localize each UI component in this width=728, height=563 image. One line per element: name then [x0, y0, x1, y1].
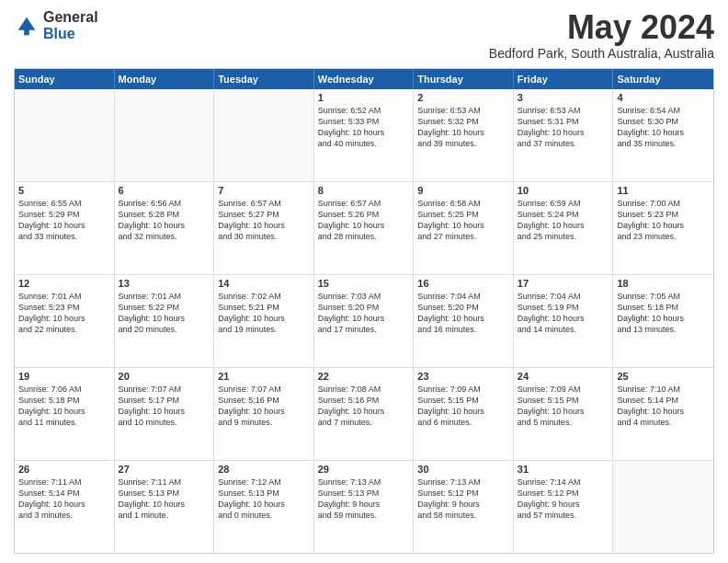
day-number: 28 [218, 464, 310, 475]
calendar-day-14: 14Sunrise: 7:02 AM Sunset: 5:21 PM Dayli… [214, 275, 314, 367]
month-title: May 2024 [489, 9, 714, 46]
day-number: 1 [318, 92, 410, 103]
day-content: Sunrise: 6:53 AM Sunset: 5:31 PM Dayligh… [518, 105, 609, 150]
calendar-day-1: 1Sunrise: 6:52 AM Sunset: 5:33 PM Daylig… [314, 89, 415, 181]
day-number: 10 [518, 185, 609, 196]
title-section: May 2024 Bedford Park, South Australia, … [489, 9, 714, 61]
day-number: 20 [119, 371, 210, 382]
calendar-day-20: 20Sunrise: 7:07 AM Sunset: 5:17 PM Dayli… [115, 368, 215, 460]
location: Bedford Park, South Australia, Australia [489, 46, 714, 61]
day-content: Sunrise: 6:52 AM Sunset: 5:33 PM Dayligh… [318, 105, 410, 150]
calendar-day-10: 10Sunrise: 6:59 AM Sunset: 5:24 PM Dayli… [514, 182, 614, 274]
day-content: Sunrise: 7:00 AM Sunset: 5:23 PM Dayligh… [617, 198, 710, 243]
day-content: Sunrise: 7:04 AM Sunset: 5:19 PM Dayligh… [518, 291, 609, 336]
day-content: Sunrise: 7:09 AM Sunset: 5:15 PM Dayligh… [417, 384, 509, 429]
day-content: Sunrise: 6:56 AM Sunset: 5:28 PM Dayligh… [119, 198, 210, 243]
calendar-day-28: 28Sunrise: 7:12 AM Sunset: 5:13 PM Dayli… [214, 461, 314, 553]
logo-text: General Blue [43, 9, 98, 41]
day-content: Sunrise: 7:10 AM Sunset: 5:14 PM Dayligh… [617, 384, 710, 429]
day-content: Sunrise: 6:55 AM Sunset: 5:29 PM Dayligh… [18, 198, 110, 243]
day-number: 27 [119, 464, 210, 475]
calendar-day-19: 19Sunrise: 7:06 AM Sunset: 5:18 PM Dayli… [15, 368, 115, 460]
day-number: 26 [18, 464, 110, 475]
calendar-body: 1Sunrise: 6:52 AM Sunset: 5:33 PM Daylig… [15, 89, 713, 553]
calendar-day-13: 13Sunrise: 7:01 AM Sunset: 5:22 PM Dayli… [115, 275, 215, 367]
calendar-day-empty [613, 461, 713, 553]
page-header: General Blue May 2024 Bedford Park, Sout… [14, 9, 714, 61]
calendar-day-30: 30Sunrise: 7:13 AM Sunset: 5:12 PM Dayli… [414, 461, 514, 553]
day-number: 11 [617, 185, 710, 196]
calendar-day-2: 2Sunrise: 6:53 AM Sunset: 5:32 PM Daylig… [414, 89, 514, 181]
day-content: Sunrise: 7:03 AM Sunset: 5:20 PM Dayligh… [318, 291, 410, 336]
logo-icon [14, 13, 40, 39]
day-number: 17 [518, 278, 609, 289]
day-content: Sunrise: 7:13 AM Sunset: 5:13 PM Dayligh… [318, 477, 410, 522]
day-content: Sunrise: 6:59 AM Sunset: 5:24 PM Dayligh… [518, 198, 609, 243]
day-content: Sunrise: 6:57 AM Sunset: 5:27 PM Dayligh… [218, 198, 310, 243]
calendar-week-5: 26Sunrise: 7:11 AM Sunset: 5:14 PM Dayli… [15, 461, 713, 553]
calendar-day-6: 6Sunrise: 6:56 AM Sunset: 5:28 PM Daylig… [115, 182, 215, 274]
day-content: Sunrise: 7:06 AM Sunset: 5:18 PM Dayligh… [18, 384, 110, 429]
calendar-day-24: 24Sunrise: 7:09 AM Sunset: 5:15 PM Dayli… [514, 368, 614, 460]
day-number: 21 [218, 371, 310, 382]
calendar-day-16: 16Sunrise: 7:04 AM Sunset: 5:20 PM Dayli… [414, 275, 514, 367]
calendar-day-29: 29Sunrise: 7:13 AM Sunset: 5:13 PM Dayli… [314, 461, 415, 553]
calendar-week-2: 5Sunrise: 6:55 AM Sunset: 5:29 PM Daylig… [15, 182, 713, 275]
day-number: 29 [318, 464, 410, 475]
calendar-week-3: 12Sunrise: 7:01 AM Sunset: 5:23 PM Dayli… [15, 275, 713, 368]
day-number: 25 [617, 371, 710, 382]
header-day-sunday: Sunday [15, 69, 115, 89]
day-content: Sunrise: 7:04 AM Sunset: 5:20 PM Dayligh… [417, 291, 509, 336]
calendar-day-7: 7Sunrise: 6:57 AM Sunset: 5:27 PM Daylig… [214, 182, 314, 274]
day-number: 9 [417, 185, 509, 196]
calendar-week-1: 1Sunrise: 6:52 AM Sunset: 5:33 PM Daylig… [15, 89, 713, 182]
calendar-page: General Blue May 2024 Bedford Park, Sout… [0, 0, 728, 563]
day-number: 15 [318, 278, 410, 289]
day-number: 18 [617, 278, 710, 289]
day-number: 4 [617, 92, 710, 103]
day-content: Sunrise: 7:02 AM Sunset: 5:21 PM Dayligh… [218, 291, 310, 336]
day-content: Sunrise: 6:57 AM Sunset: 5:26 PM Dayligh… [318, 198, 410, 243]
calendar: SundayMondayTuesdayWednesdayThursdayFrid… [14, 68, 714, 554]
day-content: Sunrise: 7:11 AM Sunset: 5:13 PM Dayligh… [119, 477, 210, 522]
day-number: 14 [218, 278, 310, 289]
day-number: 13 [119, 278, 210, 289]
day-number: 5 [18, 185, 110, 196]
calendar-day-9: 9Sunrise: 6:58 AM Sunset: 5:25 PM Daylig… [414, 182, 514, 274]
day-content: Sunrise: 7:11 AM Sunset: 5:14 PM Dayligh… [18, 477, 110, 522]
day-number: 24 [518, 371, 609, 382]
calendar-week-4: 19Sunrise: 7:06 AM Sunset: 5:18 PM Dayli… [15, 368, 713, 461]
day-number: 23 [417, 371, 509, 382]
calendar-day-26: 26Sunrise: 7:11 AM Sunset: 5:14 PM Dayli… [15, 461, 115, 553]
svg-rect-1 [24, 28, 29, 34]
day-number: 8 [318, 185, 410, 196]
header-day-wednesday: Wednesday [314, 69, 415, 89]
calendar-day-empty [115, 89, 215, 181]
calendar-day-23: 23Sunrise: 7:09 AM Sunset: 5:15 PM Dayli… [414, 368, 514, 460]
calendar-day-15: 15Sunrise: 7:03 AM Sunset: 5:20 PM Dayli… [314, 275, 415, 367]
logo: General Blue [14, 9, 98, 41]
day-content: Sunrise: 7:07 AM Sunset: 5:16 PM Dayligh… [218, 384, 310, 429]
day-content: Sunrise: 7:07 AM Sunset: 5:17 PM Dayligh… [119, 384, 210, 429]
day-content: Sunrise: 7:01 AM Sunset: 5:23 PM Dayligh… [18, 291, 110, 336]
calendar-day-8: 8Sunrise: 6:57 AM Sunset: 5:26 PM Daylig… [314, 182, 415, 274]
calendar-day-21: 21Sunrise: 7:07 AM Sunset: 5:16 PM Dayli… [214, 368, 314, 460]
svg-marker-0 [18, 17, 36, 29]
day-content: Sunrise: 6:58 AM Sunset: 5:25 PM Dayligh… [417, 198, 509, 243]
calendar-day-empty [15, 89, 115, 181]
day-content: Sunrise: 7:13 AM Sunset: 5:12 PM Dayligh… [417, 477, 509, 522]
day-number: 7 [218, 185, 310, 196]
day-content: Sunrise: 6:53 AM Sunset: 5:32 PM Dayligh… [417, 105, 509, 150]
header-day-friday: Friday [514, 69, 614, 89]
calendar-day-5: 5Sunrise: 6:55 AM Sunset: 5:29 PM Daylig… [15, 182, 115, 274]
day-number: 22 [318, 371, 410, 382]
header-day-saturday: Saturday [613, 69, 713, 89]
logo-blue: Blue [43, 26, 98, 42]
calendar-day-4: 4Sunrise: 6:54 AM Sunset: 5:30 PM Daylig… [613, 89, 713, 181]
logo-general: General [43, 9, 98, 26]
calendar-day-18: 18Sunrise: 7:05 AM Sunset: 5:18 PM Dayli… [613, 275, 713, 367]
calendar-day-12: 12Sunrise: 7:01 AM Sunset: 5:23 PM Dayli… [15, 275, 115, 367]
day-number: 30 [417, 464, 509, 475]
header-day-monday: Monday [115, 69, 215, 89]
day-number: 31 [518, 464, 609, 475]
